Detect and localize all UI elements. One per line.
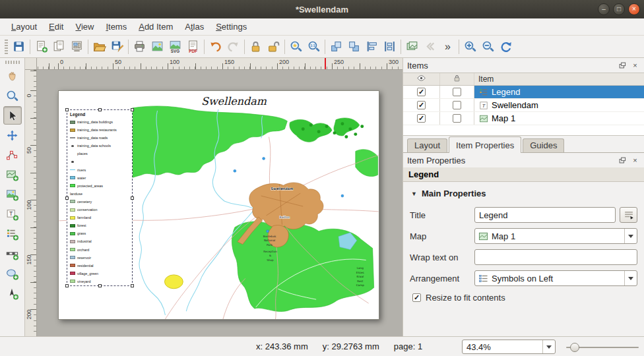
undo-button[interactable]: [207, 38, 224, 55]
add-scalebar-button[interactable]: [3, 245, 22, 263]
item-label: Legend: [492, 87, 520, 97]
visibility-checkbox[interactable]: ✓: [417, 101, 426, 109]
legend-entry: reservoir: [70, 254, 131, 262]
visibility-checkbox[interactable]: ✓: [417, 88, 426, 96]
add-map-button[interactable]: [3, 165, 22, 184]
unlock-items-button[interactable]: [265, 38, 282, 55]
svg-text:Camp: Camp: [356, 283, 364, 287]
toolbox-toolbar: T: [0, 58, 25, 336]
menu-view[interactable]: View: [69, 20, 100, 34]
add-north-arrow-button[interactable]: [3, 284, 22, 303]
zoom-in-button[interactable]: [461, 38, 479, 55]
titlebar[interactable]: *Swellendam – □ ×: [0, 0, 644, 18]
eye-icon: [416, 73, 426, 85]
minimize-button[interactable]: –: [598, 3, 610, 15]
move-item-content-tool[interactable]: [3, 126, 22, 144]
atlas-settings-button[interactable]: [403, 38, 421, 55]
arrangement-field-label: Arrangement: [410, 274, 474, 283]
svg-text:T: T: [9, 210, 13, 217]
close-panel-icon[interactable]: ×: [630, 61, 640, 71]
save-project-button[interactable]: [10, 38, 28, 55]
wrap-text-input[interactable]: [474, 249, 637, 265]
print-button[interactable]: [131, 38, 148, 55]
title-input[interactable]: [474, 207, 616, 223]
toolbar-drag-handle[interactable]: [5, 40, 8, 54]
close-button[interactable]: ×: [628, 3, 640, 15]
items-row-swellendam[interactable]: ✓TSwellendam: [403, 99, 644, 112]
arrangement-select[interactable]: Symbols on Left: [474, 270, 637, 286]
lock-checkbox[interactable]: [453, 114, 461, 123]
close-panel-icon[interactable]: ×: [630, 156, 640, 165]
layout-manager-button[interactable]: [68, 38, 86, 55]
menu-atlas[interactable]: Atlas: [179, 20, 210, 34]
distribute-items-button[interactable]: [381, 38, 399, 55]
tab-layout[interactable]: Layout: [407, 138, 447, 152]
visibility-checkbox[interactable]: ✓: [417, 114, 426, 123]
pan-tool[interactable]: [3, 67, 22, 85]
menu-add-item[interactable]: Add Item: [133, 20, 179, 34]
toolbar-drag-handle[interactable]: [5, 61, 20, 64]
export-image-button[interactable]: [148, 38, 166, 55]
lock-checkbox[interactable]: [453, 88, 461, 96]
legend-rows: training_data buildingstraining_data res…: [70, 118, 131, 285]
raise-items-button[interactable]: [327, 38, 345, 55]
toolbar-overflow-button[interactable]: »: [439, 38, 457, 55]
collapse-arrow-icon: ▼: [411, 191, 417, 197]
load-template-button[interactable]: [90, 38, 108, 55]
yellow-ellipse-item[interactable]: [164, 275, 183, 289]
zoom-actual-button[interactable]: 1:1: [305, 38, 323, 55]
select-move-item-tool[interactable]: [3, 106, 22, 125]
resize-handle[interactable]: [65, 284, 69, 287]
add-picture-button[interactable]: [3, 185, 22, 204]
resize-handle[interactable]: [65, 108, 69, 111]
resize-to-fit-checkbox[interactable]: ✓: [412, 293, 421, 302]
export-pdf-button[interactable]: PDF: [184, 38, 202, 55]
map-title-item[interactable]: Swellendam: [59, 95, 379, 107]
zoom-slider-handle[interactable]: [570, 343, 579, 352]
add-label-button[interactable]: T: [3, 205, 22, 223]
items-row-map-1[interactable]: ✓Map 1: [403, 112, 644, 125]
item-column-header: Item: [474, 73, 644, 85]
menu-edit[interactable]: Edit: [43, 20, 69, 34]
tab-guides[interactable]: Guides: [523, 138, 564, 152]
menu-items[interactable]: Items: [100, 20, 133, 34]
maximize-button[interactable]: □: [613, 3, 625, 15]
tab-item-properties[interactable]: Item Properties: [449, 136, 521, 153]
layout-page[interactable]: Swellendam Railton Bontebok National Par…: [58, 90, 379, 320]
lock-items-button[interactable]: [247, 38, 265, 55]
zoom-slider[interactable]: [566, 347, 639, 348]
map-select[interactable]: Map 1: [474, 228, 637, 244]
menu-settings[interactable]: Settings: [210, 20, 253, 34]
resize-handle[interactable]: [131, 284, 134, 287]
atlas-first-feature-button[interactable]: [421, 38, 439, 55]
save-template-button[interactable]: [108, 38, 126, 55]
layout-canvas[interactable]: 050100150200250300 050100150200: [25, 58, 402, 336]
lock-checkbox[interactable]: [453, 101, 461, 109]
zoom-full-button[interactable]: [287, 38, 305, 55]
duplicate-layout-button[interactable]: [50, 38, 68, 55]
new-layout-button[interactable]: [32, 38, 50, 55]
resize-handle[interactable]: [98, 284, 102, 287]
float-panel-icon[interactable]: [618, 156, 628, 165]
zoom-out-button[interactable]: [479, 38, 497, 55]
redo-button[interactable]: [224, 38, 242, 55]
main-properties-group[interactable]: ▼ Main Properties: [411, 189, 637, 198]
lower-items-button[interactable]: [345, 38, 363, 55]
export-svg-button[interactable]: SVG: [166, 38, 184, 55]
items-row-legend[interactable]: ✓Legend: [403, 86, 644, 99]
zoom-tool[interactable]: [3, 86, 22, 105]
resize-handle[interactable]: [131, 196, 134, 200]
resize-handle[interactable]: [65, 196, 69, 200]
refresh-button[interactable]: [497, 38, 515, 55]
data-defined-override-button[interactable]: [620, 207, 637, 223]
resize-handle[interactable]: [98, 108, 102, 111]
add-legend-button[interactable]: [3, 225, 22, 243]
legend-item[interactable]: Legend training_data buildingstraining_d…: [67, 109, 133, 286]
resize-handle[interactable]: [131, 108, 134, 111]
menu-layout[interactable]: Layout: [5, 20, 43, 34]
float-panel-icon[interactable]: [618, 61, 628, 71]
align-items-button[interactable]: [363, 38, 381, 55]
edit-nodes-item-tool[interactable]: [3, 146, 22, 164]
add-shape-button[interactable]: [3, 264, 22, 283]
zoom-level-combo[interactable]: 43.4%: [462, 340, 556, 354]
